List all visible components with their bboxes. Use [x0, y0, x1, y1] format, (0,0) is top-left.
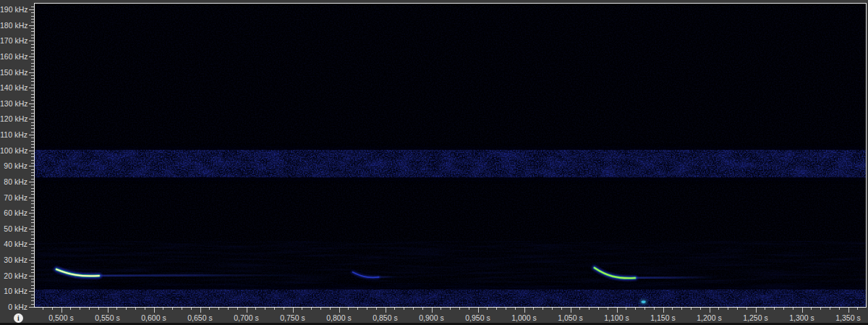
x-axis-tick-minor: [635, 308, 636, 310]
info-icon[interactable]: i: [14, 313, 23, 323]
x-axis-tick-minor: [598, 308, 599, 310]
y-axis-tick-minor: [31, 7, 34, 7]
x-axis-tick-minor: [839, 308, 840, 310]
noise-band: [35, 290, 866, 307]
y-axis-label: 20 kHz: [0, 271, 27, 281]
x-axis-label: 0,850 s: [362, 313, 409, 323]
y-axis-tick-minor: [31, 156, 34, 157]
x-axis-tick-minor: [330, 308, 331, 310]
y-axis-tick-minor: [31, 235, 34, 235]
y-axis-tick-minor: [31, 172, 34, 173]
x-axis-tick-minor: [237, 308, 238, 310]
y-axis-tick-minor: [31, 75, 34, 76]
y-axis-tick-minor: [31, 153, 34, 154]
y-axis-tick: [29, 276, 34, 277]
y-axis-label: 150 kHz: [0, 67, 27, 77]
x-axis-label: 0,700 s: [224, 313, 270, 323]
x-axis-tick-minor: [302, 308, 302, 310]
x-axis-tick-minor: [98, 308, 99, 310]
y-axis-tick-minor: [31, 201, 34, 201]
x-axis-tick-minor: [542, 308, 543, 310]
y-axis-tick-minor: [31, 12, 34, 13]
y-axis-tick-minor: [31, 272, 34, 273]
call-echo-tail: [98, 275, 302, 276]
y-axis-label: 80 kHz: [0, 177, 27, 187]
x-axis-tick-minor: [265, 308, 265, 310]
x-axis-tick: [293, 308, 294, 313]
x-axis-label: 0,500 s: [38, 313, 85, 323]
x-axis-tick: [200, 308, 201, 313]
x-axis-tick-minor: [126, 308, 127, 310]
y-axis-label: 40 kHz: [0, 239, 27, 249]
x-axis-tick-minor: [783, 308, 784, 310]
x-axis-tick-minor: [182, 308, 182, 310]
y-axis-tick-minor: [31, 241, 34, 242]
y-axis-label: 160 kHz: [0, 51, 27, 62]
x-axis-label: 0,750 s: [270, 313, 316, 323]
y-axis-tick-minor: [31, 263, 34, 263]
y-axis-tick-minor: [31, 69, 34, 69]
x-axis-tick-minor: [700, 308, 701, 310]
x-axis-tick-minor: [163, 308, 163, 310]
y-axis-tick-minor: [31, 31, 34, 32]
x-axis-tick-minor: [487, 308, 488, 310]
x-axis-tick: [756, 308, 757, 313]
y-axis-tick-minor: [31, 28, 34, 29]
y-axis-tick: [29, 88, 34, 88]
y-axis-tick-minor: [31, 253, 34, 254]
y-axis-tick-minor: [31, 113, 34, 114]
x-axis-tick-minor: [608, 308, 608, 310]
y-axis-label: 10 kHz: [0, 286, 27, 296]
y-axis-tick-minor: [31, 47, 34, 48]
x-axis-tick-minor: [654, 308, 655, 310]
y-axis-tick-minor: [31, 85, 34, 85]
y-axis-tick-minor: [31, 216, 34, 217]
y-axis-tick-minor: [31, 282, 34, 282]
y-axis-tick: [29, 135, 34, 135]
noise-band: [35, 151, 866, 177]
x-axis-label: 1,300 s: [779, 313, 825, 323]
y-axis-tick-minor: [31, 238, 34, 239]
y-axis-tick-minor: [31, 226, 34, 227]
x-axis-tick-minor: [357, 308, 358, 310]
y-axis-tick-minor: [31, 297, 34, 298]
y-axis-label: 50 kHz: [0, 224, 27, 234]
x-axis-label: 1,000 s: [501, 313, 548, 323]
x-axis-tick-minor: [413, 308, 414, 310]
y-axis-tick-minor: [31, 248, 34, 248]
x-axis-tick-minor: [626, 308, 626, 310]
x-axis-tick-minor: [774, 308, 775, 310]
y-axis-tick-minor: [31, 257, 34, 258]
y-axis-tick-minor: [31, 188, 34, 189]
x-axis-label: 1,350 s: [825, 313, 868, 323]
y-axis-tick: [29, 9, 34, 10]
x-axis-tick-minor: [718, 308, 719, 310]
y-axis-tick-minor: [31, 128, 34, 129]
y-axis-label: 90 kHz: [0, 161, 27, 171]
y-axis-tick-minor: [31, 250, 34, 251]
y-axis-label: 100 kHz: [0, 145, 27, 156]
y-axis-tick: [29, 72, 34, 73]
y-axis-tick-minor: [31, 295, 34, 295]
y-axis-tick-minor: [31, 169, 34, 170]
x-axis-tick-minor: [793, 308, 793, 310]
y-axis-label: 120 kHz: [0, 114, 27, 124]
y-axis-tick-minor: [31, 288, 34, 289]
x-axis-tick-minor: [811, 308, 812, 310]
y-axis-label: 0 kHz: [0, 302, 27, 312]
spectrogram-plot[interactable]: [34, 3, 867, 308]
x-axis-tick-minor: [496, 308, 497, 310]
y-axis-label: 140 kHz: [0, 83, 27, 93]
y-axis-tick-minor: [31, 81, 34, 82]
y-axis-tick-minor: [31, 125, 34, 126]
y-axis-tick: [29, 307, 34, 308]
y-axis-tick-minor: [31, 163, 34, 164]
y-axis-tick-minor: [31, 122, 34, 123]
x-axis-tick-minor: [515, 308, 516, 310]
x-axis-tick: [478, 308, 479, 313]
y-axis-tick-minor: [31, 90, 34, 91]
x-axis-tick: [710, 308, 710, 313]
x-axis-tick-minor: [681, 308, 682, 310]
x-axis-tick-minor: [422, 308, 423, 310]
x-axis-tick-minor: [644, 308, 645, 310]
